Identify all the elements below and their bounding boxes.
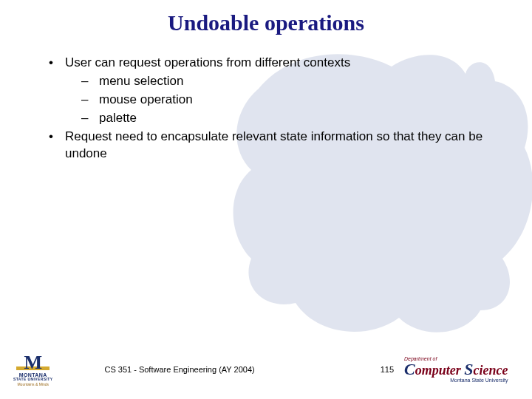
footer-course: CS 351 - Software Engineering (AY 2004) [104,365,254,374]
msu-logo-tag: Mountains & Minds [13,383,52,386]
slide-title: Undoable operations [0,0,532,35]
cs-dept-title: Computer Science [404,361,508,378]
footer-page-number: 115 [381,365,394,374]
bullet-2: Request need to encapsulate relevant sta… [44,129,502,163]
bullet-1b: mouse operation [65,92,502,109]
cs-dept-logo: Department of Computer Science Montana S… [404,356,508,383]
cs-dept-label: Department of [404,356,508,361]
msu-logo: M MONTANA STATE UNIVERSITY Mountains & M… [13,353,52,386]
cs-dept-sub: Montana State University [404,378,508,383]
bullet-1: User can request operations from differe… [44,55,502,127]
bullet-1-text: User can request operations from differe… [65,55,350,69]
slide-footer: M MONTANA STATE UNIVERSITY Mountains & M… [0,349,532,390]
bullet-1a: menu selection [65,73,502,90]
msu-logo-sub: STATE UNIVERSITY [13,378,52,381]
slide-body: User can request operations from differe… [44,55,502,163]
bullet-1c: palette [65,110,502,127]
